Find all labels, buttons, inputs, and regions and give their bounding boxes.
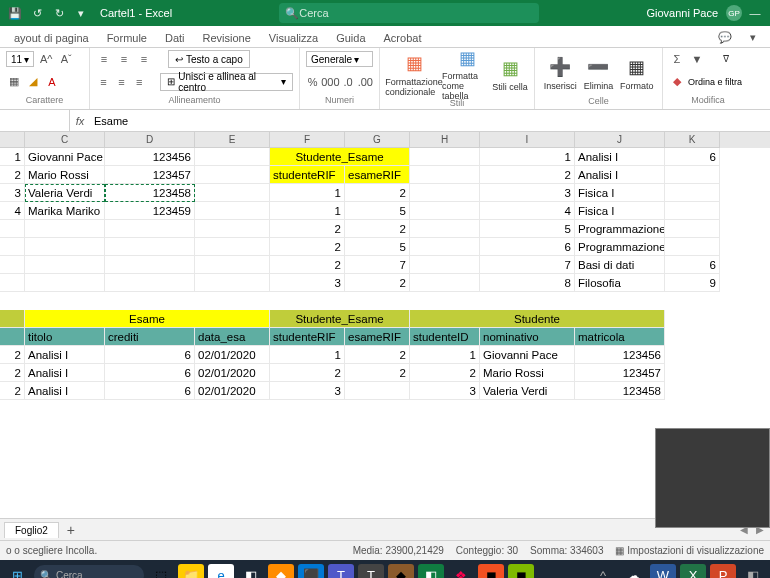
- cell[interactable]: 123456: [575, 346, 665, 364]
- merge-center-button[interactable]: ⊞ Unisci e allinea al centro ▾: [160, 73, 293, 91]
- excel-icon[interactable]: X: [680, 564, 706, 578]
- cell[interactable]: 123457: [575, 364, 665, 382]
- cell[interactable]: Valeria Verdi: [480, 382, 575, 400]
- cell[interactable]: Programmazione: [575, 238, 665, 256]
- cell[interactable]: 1: [480, 148, 575, 166]
- start-button[interactable]: ⊞: [4, 564, 30, 578]
- taskbar-search[interactable]: 🔍Cerca: [34, 565, 144, 578]
- col-header[interactable]: G: [345, 132, 410, 148]
- user-avatar[interactable]: GP: [726, 5, 742, 21]
- cell[interactable]: [195, 184, 270, 202]
- cell[interactable]: 3: [480, 184, 575, 202]
- font-color-icon[interactable]: A: [44, 74, 60, 90]
- fill-color-icon[interactable]: ◢: [25, 74, 41, 90]
- delete-button[interactable]: ➖Elimina: [579, 50, 617, 96]
- chevron-up-icon[interactable]: ^: [590, 564, 616, 578]
- col-header[interactable]: I: [480, 132, 575, 148]
- cell[interactable]: 4: [480, 202, 575, 220]
- cell[interactable]: Valeria Verdi: [25, 184, 105, 202]
- cell[interactable]: Studente: [410, 310, 665, 328]
- cell[interactable]: [0, 328, 25, 346]
- align-center-icon[interactable]: ≡: [114, 74, 129, 90]
- cell[interactable]: [410, 238, 480, 256]
- task-view-icon[interactable]: ⬚: [148, 564, 174, 578]
- app-icon[interactable]: ❖: [448, 564, 474, 578]
- cell[interactable]: [0, 220, 25, 238]
- cell[interactable]: [0, 238, 25, 256]
- comma-icon[interactable]: 000: [322, 74, 338, 90]
- cell[interactable]: [665, 220, 720, 238]
- tab-data[interactable]: Dati: [157, 29, 193, 47]
- app-icon[interactable]: ◧: [238, 564, 264, 578]
- align-mid-icon[interactable]: ≡: [116, 51, 132, 67]
- app-icon[interactable]: ◼: [478, 564, 504, 578]
- search-box[interactable]: 🔍 Cerca: [279, 3, 539, 23]
- cell[interactable]: esameRIF: [345, 166, 410, 184]
- cell[interactable]: [25, 274, 105, 292]
- cell[interactable]: 2: [270, 364, 345, 382]
- cell[interactable]: [105, 238, 195, 256]
- cell[interactable]: Analisi I: [575, 148, 665, 166]
- display-settings[interactable]: ▦ Impostazioni di visualizzazione: [615, 545, 764, 556]
- cell[interactable]: Esame: [25, 310, 270, 328]
- decrease-font-icon[interactable]: Aˇ: [58, 51, 74, 67]
- percent-icon[interactable]: %: [306, 74, 319, 90]
- cell[interactable]: Studente_Esame: [270, 310, 410, 328]
- cell[interactable]: data_esa: [195, 328, 270, 346]
- sheet-tab[interactable]: Foglio2: [4, 522, 59, 538]
- cell[interactable]: 1: [0, 148, 25, 166]
- cell[interactable]: [195, 220, 270, 238]
- cell[interactable]: [665, 238, 720, 256]
- cell[interactable]: [105, 220, 195, 238]
- user-name[interactable]: Giovanni Pace: [646, 7, 718, 19]
- cell[interactable]: 1: [270, 346, 345, 364]
- cell[interactable]: [195, 148, 270, 166]
- tray-icon[interactable]: ◧: [740, 564, 766, 578]
- format-button[interactable]: ▦Formato: [618, 50, 656, 96]
- tab-review[interactable]: Revisione: [195, 29, 259, 47]
- cell[interactable]: 2: [345, 364, 410, 382]
- cell[interactable]: [665, 166, 720, 184]
- app-icon[interactable]: ◼: [508, 564, 534, 578]
- edge-icon[interactable]: e: [208, 564, 234, 578]
- cell[interactable]: [105, 256, 195, 274]
- cell[interactable]: 2: [345, 274, 410, 292]
- cell[interactable]: [105, 274, 195, 292]
- formula-input[interactable]: Esame: [90, 115, 770, 127]
- app-icon[interactable]: ⬛: [298, 564, 324, 578]
- align-left-icon[interactable]: ≡: [96, 74, 111, 90]
- col-header[interactable]: K: [665, 132, 720, 148]
- cell[interactable]: [410, 166, 480, 184]
- font-size-combo[interactable]: 11 ▾: [6, 51, 34, 67]
- cell[interactable]: 6: [480, 238, 575, 256]
- cell[interactable]: 2: [345, 346, 410, 364]
- cell[interactable]: 8: [480, 274, 575, 292]
- cell[interactable]: nominativo: [480, 328, 575, 346]
- cell[interactable]: Programmazione: [575, 220, 665, 238]
- border-icon[interactable]: ▦: [6, 74, 22, 90]
- cell[interactable]: Mario Rossi: [25, 166, 105, 184]
- cell[interactable]: 5: [480, 220, 575, 238]
- cell[interactable]: 123458: [575, 382, 665, 400]
- undo-icon[interactable]: ↺: [28, 4, 46, 22]
- cell[interactable]: [195, 274, 270, 292]
- cell[interactable]: 2: [270, 256, 345, 274]
- cell[interactable]: matricola: [575, 328, 665, 346]
- cell[interactable]: 6: [105, 382, 195, 400]
- cell[interactable]: 3: [270, 274, 345, 292]
- col-header[interactable]: D: [105, 132, 195, 148]
- fx-icon[interactable]: fx: [70, 115, 90, 127]
- cell[interactable]: Basi di dati: [575, 256, 665, 274]
- cell[interactable]: Analisi I: [25, 364, 105, 382]
- cell[interactable]: 5: [345, 202, 410, 220]
- cell[interactable]: [410, 274, 480, 292]
- cell[interactable]: 1: [410, 346, 480, 364]
- cell[interactable]: Marika Mariko: [25, 202, 105, 220]
- cell[interactable]: [410, 202, 480, 220]
- fill-icon[interactable]: ▼: [689, 51, 705, 67]
- cell[interactable]: Giovanni Pace: [480, 346, 575, 364]
- cell[interactable]: 6: [105, 346, 195, 364]
- app-icon[interactable]: ◧: [418, 564, 444, 578]
- cell[interactable]: [345, 382, 410, 400]
- cell[interactable]: 2: [0, 364, 25, 382]
